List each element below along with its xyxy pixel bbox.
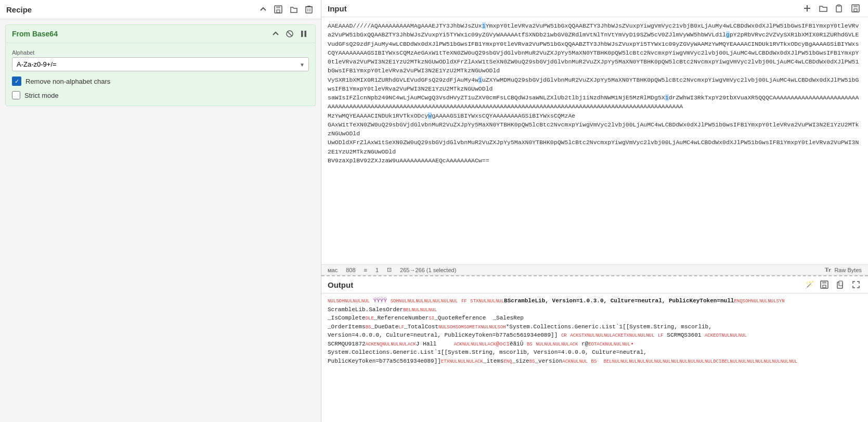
- remove-non-alphabet-row[interactable]: Remove non-alphabet chars: [12, 76, 309, 86]
- disable-step-button[interactable]: [284, 29, 295, 39]
- selection-info: 265→266 (1 selected): [400, 267, 456, 273]
- input-top-section: AAEAAAD/////AQAAAAAAAAAMAgAAAEJTY3JhbWJs…: [321, 17, 868, 275]
- collapse-recipe-button[interactable]: [257, 4, 269, 15]
- save-output-button[interactable]: [818, 279, 831, 290]
- svg-rect-21: [823, 285, 826, 288]
- copy-output-button[interactable]: [835, 279, 846, 290]
- svg-rect-18: [854, 9, 857, 11]
- left-panel: Recipe From Base64: [0, 0, 321, 422]
- svg-rect-15: [837, 5, 840, 6]
- remove-non-alphabet-label: Remove non-alphabet chars: [25, 78, 110, 85]
- step-title: From Base64: [12, 30, 266, 38]
- strict-mode-checkbox[interactable]: [12, 91, 20, 99]
- char-count: 808: [346, 267, 355, 273]
- selection-icon: ⊡: [387, 266, 392, 273]
- svg-rect-14: [836, 6, 841, 12]
- collapse-step-button[interactable]: [270, 29, 281, 39]
- save-input-button[interactable]: [849, 3, 862, 14]
- raw-bytes-icon: 𝐓𝐫: [825, 266, 831, 273]
- output-content[interactable]: NULSOHNULNULNUL ŸŸŸŸ SOHNULNULNULNULNULN…: [321, 293, 868, 422]
- recipe-title: Recipe: [6, 5, 253, 14]
- input-content[interactable]: AAEAAAD/////AQAAAAAAAAAMAgAAAEJTY3JhbWJs…: [321, 17, 868, 264]
- recipe-header: Recipe: [0, 0, 321, 19]
- svg-rect-17: [853, 5, 858, 7]
- strict-mode-row[interactable]: Strict mode: [12, 91, 309, 99]
- input-title: Input: [328, 4, 797, 13]
- paste-input-button[interactable]: [834, 3, 845, 14]
- pause-step-button[interactable]: [299, 29, 309, 39]
- alphabet-field: Alphabet A-Za-z0-9+/= A-Za-z0-9-_ A-Za-z…: [12, 49, 309, 71]
- step-header: From Base64: [6, 25, 315, 43]
- svg-rect-2: [277, 10, 280, 12]
- output-section: Output 🪄 NULSOHNULNULNUL ŸŸŸŸ SOHNULNULN…: [321, 276, 868, 422]
- svg-rect-20: [822, 281, 826, 284]
- input-header: Input: [321, 0, 868, 17]
- raw-bytes-label: Raw Bytes: [834, 267, 862, 273]
- svg-rect-11: [305, 31, 307, 37]
- recipe-header-icons: [257, 4, 315, 15]
- svg-line-9: [288, 32, 292, 36]
- svg-rect-3: [306, 7, 312, 13]
- svg-rect-10: [301, 31, 303, 37]
- open-recipe-button[interactable]: [288, 4, 300, 15]
- step-container: From Base64 Alphabet A-Za-z0-: [5, 24, 316, 106]
- raw-bytes-section: 𝐓𝐫 Raw Bytes: [825, 266, 862, 273]
- alphabet-label: Alphabet: [12, 49, 309, 56]
- line-count: 1: [375, 267, 379, 273]
- add-input-button[interactable]: [801, 3, 813, 14]
- input-status-bar: мас 808 ≡ 1 ⊡ 265→266 (1 selected) 𝐓𝐫 Ra…: [321, 264, 868, 275]
- delete-recipe-button[interactable]: [303, 4, 315, 15]
- remove-non-alphabet-checkbox[interactable]: [12, 76, 21, 86]
- expand-output-button[interactable]: [850, 279, 862, 290]
- open-file-button[interactable]: [817, 3, 830, 14]
- output-header: Output 🪄: [321, 276, 868, 293]
- alphabet-select-wrapper: A-Za-z0-9+/= A-Za-z0-9-_ A-Za-z0-9+/ ▼: [12, 57, 309, 71]
- svg-rect-23: [839, 281, 843, 286]
- step-header-icons: [270, 29, 309, 39]
- svg-rect-1: [276, 6, 280, 8]
- wand-icon: 🪄: [805, 280, 814, 289]
- output-title: Output: [328, 280, 801, 289]
- input-header-icons: [801, 3, 862, 14]
- char-count-label: мас: [328, 267, 338, 273]
- output-header-icons: [818, 279, 862, 290]
- alphabet-select[interactable]: A-Za-z0-9+/= A-Za-z0-9-_ A-Za-z0-9+/: [12, 57, 309, 71]
- right-panel: Input AAEAAAD/////AQAAAAAAAAAMAgAAAEJTY3…: [321, 0, 868, 422]
- line-count-icon: ≡: [364, 267, 367, 273]
- strict-mode-label: Strict mode: [24, 92, 59, 99]
- save-recipe-button[interactable]: [272, 4, 284, 15]
- step-body: Alphabet A-Za-z0-9+/= A-Za-z0-9-_ A-Za-z…: [6, 43, 315, 106]
